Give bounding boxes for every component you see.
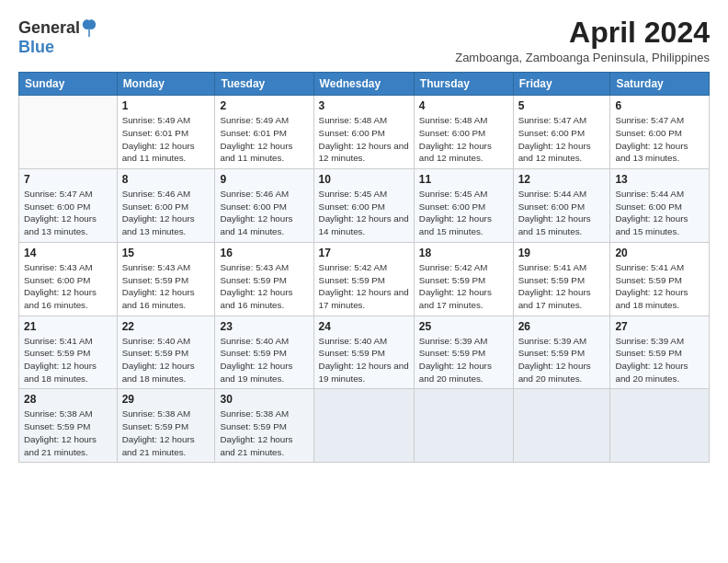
calendar-cell: 13Sunrise: 5:44 AMSunset: 6:00 PMDayligh… [610, 169, 710, 243]
header-thursday: Thursday [414, 73, 513, 96]
calendar-table: Sunday Monday Tuesday Wednesday Thursday… [18, 72, 710, 463]
day-number: 16 [220, 247, 308, 259]
day-info: Sunrise: 5:41 AMSunset: 5:59 PMDaylight:… [518, 261, 606, 312]
calendar-cell: 30Sunrise: 5:38 AMSunset: 5:59 PMDayligh… [215, 389, 313, 463]
day-number: 19 [518, 247, 606, 259]
day-number: 11 [419, 173, 508, 186]
day-number: 23 [220, 320, 308, 333]
day-info: Sunrise: 5:39 AMSunset: 5:59 PMDaylight:… [419, 335, 508, 385]
day-number: 14 [24, 247, 112, 259]
day-info: Sunrise: 5:38 AMSunset: 5:59 PMDaylight:… [220, 408, 308, 458]
day-info: Sunrise: 5:48 AMSunset: 6:00 PMDaylight:… [319, 114, 409, 165]
calendar-cell: 3Sunrise: 5:48 AMSunset: 6:00 PMDaylight… [313, 96, 414, 169]
day-number: 24 [319, 320, 409, 333]
day-number: 10 [319, 173, 409, 186]
calendar-cell: 10Sunrise: 5:45 AMSunset: 6:00 PMDayligh… [313, 169, 414, 243]
day-number: 9 [220, 173, 308, 186]
day-number: 26 [518, 320, 606, 333]
day-info: Sunrise: 5:48 AMSunset: 6:00 PMDaylight:… [419, 114, 508, 165]
day-info: Sunrise: 5:49 AMSunset: 6:01 PMDaylight:… [220, 114, 308, 165]
calendar-cell: 18Sunrise: 5:42 AMSunset: 5:59 PMDayligh… [414, 242, 513, 316]
day-info: Sunrise: 5:44 AMSunset: 6:00 PMDaylight:… [615, 188, 704, 238]
calendar-cell: 22Sunrise: 5:40 AMSunset: 5:59 PMDayligh… [117, 316, 215, 389]
header-friday: Friday [513, 73, 610, 96]
calendar-cell: 1Sunrise: 5:49 AMSunset: 6:01 PMDaylight… [117, 96, 215, 169]
calendar-cell: 24Sunrise: 5:40 AMSunset: 5:59 PMDayligh… [313, 316, 414, 389]
calendar-week-row: 21Sunrise: 5:41 AMSunset: 5:59 PMDayligh… [19, 316, 710, 389]
day-info: Sunrise: 5:40 AMSunset: 5:59 PMDaylight:… [319, 335, 409, 385]
day-info: Sunrise: 5:43 AMSunset: 5:59 PMDaylight:… [220, 261, 308, 312]
month-title: April 2024 [455, 17, 710, 49]
day-number: 29 [122, 393, 210, 406]
calendar-week-row: 14Sunrise: 5:43 AMSunset: 6:00 PMDayligh… [19, 242, 710, 316]
day-info: Sunrise: 5:38 AMSunset: 5:59 PMDaylight:… [122, 408, 210, 458]
calendar-cell: 25Sunrise: 5:39 AMSunset: 5:59 PMDayligh… [414, 316, 513, 389]
day-number: 28 [24, 393, 112, 406]
day-number: 30 [220, 393, 308, 406]
day-info: Sunrise: 5:47 AMSunset: 6:00 PMDaylight:… [518, 114, 606, 165]
page: General Blue April 2024 Zamboanga, Zambo… [0, 0, 728, 563]
calendar-cell [19, 96, 118, 169]
calendar-cell [313, 389, 414, 463]
day-number: 22 [122, 320, 210, 333]
day-number: 5 [518, 99, 606, 112]
day-number: 2 [220, 99, 308, 112]
calendar-cell: 8Sunrise: 5:46 AMSunset: 6:00 PMDaylight… [117, 169, 215, 243]
day-info: Sunrise: 5:42 AMSunset: 5:59 PMDaylight:… [319, 261, 409, 312]
day-number: 6 [615, 99, 704, 112]
header-row: General Blue April 2024 Zamboanga, Zambo… [18, 17, 710, 64]
day-number: 15 [122, 247, 210, 259]
day-info: Sunrise: 5:43 AMSunset: 5:59 PMDaylight:… [122, 261, 210, 312]
day-info: Sunrise: 5:41 AMSunset: 5:59 PMDaylight:… [24, 335, 112, 385]
day-info: Sunrise: 5:42 AMSunset: 5:59 PMDaylight:… [419, 261, 508, 312]
weekday-header-row: Sunday Monday Tuesday Wednesday Thursday… [19, 73, 710, 96]
calendar-cell: 26Sunrise: 5:39 AMSunset: 5:59 PMDayligh… [513, 316, 610, 389]
calendar-week-row: 7Sunrise: 5:47 AMSunset: 6:00 PMDaylight… [19, 169, 710, 243]
calendar-cell: 27Sunrise: 5:39 AMSunset: 5:59 PMDayligh… [610, 316, 710, 389]
calendar-cell [610, 389, 710, 463]
calendar-cell: 20Sunrise: 5:41 AMSunset: 5:59 PMDayligh… [610, 242, 710, 316]
day-info: Sunrise: 5:49 AMSunset: 6:01 PMDaylight:… [122, 114, 210, 165]
day-info: Sunrise: 5:46 AMSunset: 6:00 PMDaylight:… [122, 188, 210, 238]
day-number: 25 [419, 320, 508, 333]
calendar-cell: 5Sunrise: 5:47 AMSunset: 6:00 PMDaylight… [513, 96, 610, 169]
day-info: Sunrise: 5:39 AMSunset: 5:59 PMDaylight:… [518, 335, 606, 385]
day-info: Sunrise: 5:39 AMSunset: 5:59 PMDaylight:… [615, 335, 704, 385]
calendar-week-row: 1Sunrise: 5:49 AMSunset: 6:01 PMDaylight… [19, 96, 710, 169]
day-info: Sunrise: 5:44 AMSunset: 6:00 PMDaylight:… [518, 188, 606, 238]
day-info: Sunrise: 5:45 AMSunset: 6:00 PMDaylight:… [319, 188, 409, 238]
day-info: Sunrise: 5:40 AMSunset: 5:59 PMDaylight:… [122, 335, 210, 385]
header-wednesday: Wednesday [313, 73, 414, 96]
calendar-cell: 17Sunrise: 5:42 AMSunset: 5:59 PMDayligh… [313, 242, 414, 316]
header-saturday: Saturday [610, 73, 710, 96]
day-number: 3 [319, 99, 409, 112]
header-tuesday: Tuesday [215, 73, 313, 96]
day-number: 17 [319, 247, 409, 259]
day-info: Sunrise: 5:41 AMSunset: 5:59 PMDaylight:… [615, 261, 704, 312]
calendar-cell [513, 389, 610, 463]
day-info: Sunrise: 5:43 AMSunset: 6:00 PMDaylight:… [24, 261, 112, 312]
logo: General Blue [18, 18, 97, 57]
day-number: 18 [419, 247, 508, 259]
calendar-cell: 15Sunrise: 5:43 AMSunset: 5:59 PMDayligh… [117, 242, 215, 316]
logo-bird-icon [81, 18, 97, 39]
calendar-cell: 14Sunrise: 5:43 AMSunset: 6:00 PMDayligh… [19, 242, 118, 316]
logo-blue: Blue [18, 38, 54, 56]
calendar-week-row: 28Sunrise: 5:38 AMSunset: 5:59 PMDayligh… [19, 389, 710, 463]
calendar-cell [414, 389, 513, 463]
calendar-cell: 12Sunrise: 5:44 AMSunset: 6:00 PMDayligh… [513, 169, 610, 243]
calendar-cell: 9Sunrise: 5:46 AMSunset: 6:00 PMDaylight… [215, 169, 313, 243]
calendar-cell: 19Sunrise: 5:41 AMSunset: 5:59 PMDayligh… [513, 242, 610, 316]
calendar-cell: 16Sunrise: 5:43 AMSunset: 5:59 PMDayligh… [215, 242, 313, 316]
day-number: 27 [615, 320, 704, 333]
calendar-cell: 2Sunrise: 5:49 AMSunset: 6:01 PMDaylight… [215, 96, 313, 169]
calendar-cell: 11Sunrise: 5:45 AMSunset: 6:00 PMDayligh… [414, 169, 513, 243]
day-number: 20 [615, 247, 704, 259]
day-number: 4 [419, 99, 508, 112]
day-number: 21 [24, 320, 112, 333]
logo-general: General [18, 19, 80, 38]
title-block: April 2024 Zamboanga, Zamboanga Peninsul… [455, 17, 710, 64]
calendar-cell: 7Sunrise: 5:47 AMSunset: 6:00 PMDaylight… [19, 169, 118, 243]
day-number: 1 [122, 99, 210, 112]
header-monday: Monday [117, 73, 215, 96]
